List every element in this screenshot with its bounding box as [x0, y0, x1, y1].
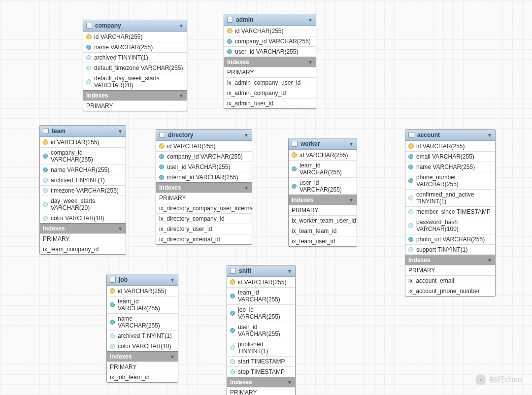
indexes-section[interactable]: Indexes▼ — [224, 57, 316, 67]
chevron-down-icon[interactable]: ▼ — [487, 132, 492, 138]
column-row[interactable]: id VARCHAR(255) — [40, 137, 126, 147]
chevron-down-icon[interactable]: ▼ — [308, 17, 313, 23]
column-row[interactable]: team_id VARCHAR(255) — [107, 296, 178, 313]
chevron-down-icon[interactable]: ▼ — [118, 226, 123, 231]
index-row[interactable]: ix_team_team_id — [289, 226, 357, 236]
table-account[interactable]: account▼id VARCHAR(255)email VARCHAR(255… — [405, 129, 496, 296]
table-team[interactable]: team▼id VARCHAR(255)company_id VARCHAR(2… — [39, 125, 126, 255]
indexes-section[interactable]: Indexes▼ — [227, 377, 295, 387]
index-row[interactable]: ix_job_team_id — [107, 372, 178, 382]
index-row[interactable]: PRIMARY — [289, 205, 357, 215]
column-row[interactable]: color VARCHAR(10) — [40, 213, 126, 223]
column-row[interactable]: user_id VARCHAR(255) — [156, 162, 252, 172]
column-row[interactable]: id VARCHAR(255) — [107, 286, 178, 296]
column-row[interactable]: confirmed_and_active TINYINT(1) — [405, 189, 495, 206]
table-admin[interactable]: admin▼id VARCHAR(255)company_id VARCHAR(… — [224, 14, 316, 109]
column-row[interactable]: phone_number VARCHAR(255) — [405, 172, 495, 189]
table-company[interactable]: company▼id VARCHAR(255)name VARCHAR(255)… — [83, 20, 187, 111]
column-row[interactable]: team_id VARCHAR(255) — [289, 160, 357, 177]
chevron-down-icon[interactable]: ▼ — [308, 60, 313, 65]
column-row[interactable]: default_timezone VARCHAR(255) — [83, 63, 187, 73]
table-job[interactable]: job▼id VARCHAR(255)team_id VARCHAR(255)n… — [106, 274, 178, 383]
indexes-section[interactable]: Indexes▼ — [107, 351, 178, 362]
chevron-down-icon[interactable]: ▼ — [179, 93, 184, 99]
index-row[interactable]: ix_admin_company_user_id — [224, 77, 316, 88]
indexes-section[interactable]: Indexes▼ — [156, 182, 252, 193]
column-row[interactable]: default_day_week_starts VARCHAR(20) — [83, 73, 187, 90]
column-row[interactable]: member_since TIMESTAMP — [405, 206, 495, 217]
column-row[interactable]: name VARCHAR(255) — [405, 162, 495, 172]
table-header[interactable]: team▼ — [40, 126, 126, 137]
index-row[interactable]: ix_account_phone_number — [405, 286, 495, 296]
column-row[interactable]: user_id VARCHAR(255) — [289, 177, 357, 195]
column-row[interactable]: id VARCHAR(255) — [83, 32, 187, 42]
index-row[interactable]: ix_directory_company_user_internal_id — [156, 203, 252, 213]
index-row[interactable]: ix_directory_company_id — [156, 213, 252, 224]
column-row[interactable]: id VARCHAR(255) — [405, 141, 495, 151]
table-directory[interactable]: directory▼id VARCHAR(255)company_id VARC… — [156, 129, 252, 245]
table-header[interactable]: admin▼ — [224, 14, 316, 26]
index-row[interactable]: ix_worker_team_user_id — [289, 215, 357, 226]
index-row[interactable]: PRIMARY — [405, 265, 495, 275]
chevron-down-icon[interactable]: ▼ — [349, 198, 354, 203]
table-shift[interactable]: shift▼id VARCHAR(255)team_id VARCHAR(255… — [227, 265, 296, 395]
table-worker[interactable]: worker▼id VARCHAR(255)team_id VARCHAR(25… — [288, 138, 357, 247]
column-row[interactable]: user_id VARCHAR(255) — [224, 46, 316, 57]
index-row[interactable]: ix_admin_company_id — [224, 88, 316, 98]
table-header[interactable]: worker▼ — [289, 138, 357, 150]
table-header[interactable]: job▼ — [107, 274, 178, 286]
column-row[interactable]: id VARCHAR(255) — [224, 26, 316, 36]
index-row[interactable]: PRIMARY — [107, 362, 178, 372]
table-header[interactable]: directory▼ — [156, 130, 252, 141]
column-row[interactable]: color VARCHAR(10) — [107, 341, 178, 351]
chevron-down-icon[interactable]: ▼ — [244, 185, 249, 191]
indexes-section[interactable]: Indexes▼ — [40, 223, 126, 233]
index-row[interactable]: PRIMARY — [227, 387, 295, 395]
chevron-down-icon[interactable]: ▼ — [349, 141, 354, 147]
chevron-down-icon[interactable]: ▼ — [487, 258, 492, 263]
column-row[interactable]: user_id VARCHAR(255) — [227, 322, 295, 339]
index-row[interactable]: ix_admin_user_id — [224, 98, 316, 108]
index-row[interactable]: ix_directory_user_id — [156, 224, 252, 234]
chevron-down-icon[interactable]: ▼ — [170, 354, 175, 360]
indexes-section[interactable]: Indexes▼ — [405, 255, 495, 265]
indexes-section[interactable]: Indexes▼ — [289, 195, 357, 205]
column-row[interactable]: archived TINYINT(1) — [40, 175, 126, 185]
table-header[interactable]: shift▼ — [227, 265, 295, 277]
chevron-down-icon[interactable]: ▼ — [170, 277, 175, 283]
column-row[interactable]: day_week_starts VARCHAR(20) — [40, 196, 126, 213]
index-row[interactable]: PRIMARY — [224, 67, 316, 77]
column-row[interactable]: company_id VARCHAR(255) — [224, 36, 316, 46]
column-row[interactable]: id VARCHAR(255) — [289, 150, 357, 160]
index-row[interactable]: PRIMARY — [83, 100, 187, 111]
column-row[interactable]: id VARCHAR(255) — [227, 277, 295, 287]
index-row[interactable]: ix_team_company_id — [40, 244, 126, 254]
index-row[interactable]: ix_directory_internal_id — [156, 234, 252, 244]
column-row[interactable]: name VARCHAR(255) — [40, 165, 126, 175]
column-row[interactable]: company_id VARCHAR(255) — [156, 151, 252, 162]
column-row[interactable]: name VARCHAR(255) — [107, 313, 178, 330]
column-row[interactable]: start TIMESTAMP — [227, 356, 295, 366]
column-row[interactable]: job_id VARCHAR(255) — [227, 304, 295, 322]
column-row[interactable]: name VARCHAR(255) — [83, 42, 187, 52]
column-row[interactable]: email VARCHAR(255) — [405, 151, 495, 162]
column-row[interactable]: stop TIMESTAMP — [227, 366, 295, 377]
chevron-down-icon[interactable]: ▼ — [287, 380, 292, 385]
column-row[interactable]: photo_url VARCHAR(255) — [405, 234, 495, 244]
index-row[interactable]: ix_team_user_id — [289, 236, 357, 246]
chevron-down-icon[interactable]: ▼ — [287, 268, 292, 274]
chevron-down-icon[interactable]: ▼ — [118, 129, 123, 134]
chevron-down-icon[interactable]: ▼ — [244, 132, 249, 138]
column-row[interactable]: id VARCHAR(255) — [156, 141, 252, 151]
index-row[interactable]: PRIMARY — [40, 233, 126, 244]
table-header[interactable]: account▼ — [405, 130, 495, 141]
chevron-down-icon[interactable]: ▼ — [179, 23, 184, 29]
indexes-section[interactable]: Indexes▼ — [83, 90, 187, 100]
column-row[interactable]: team_id VARCHAR(255) — [227, 287, 295, 304]
column-row[interactable]: internal_id VARCHAR(255) — [156, 172, 252, 182]
column-row[interactable]: archived TINYINT(1) — [83, 52, 187, 63]
column-row[interactable]: archived TINYINT(1) — [107, 330, 178, 341]
table-header[interactable]: company▼ — [83, 20, 187, 32]
index-row[interactable]: ix_account_email — [405, 275, 495, 286]
column-row[interactable]: company_id VARCHAR(255) — [40, 147, 126, 165]
